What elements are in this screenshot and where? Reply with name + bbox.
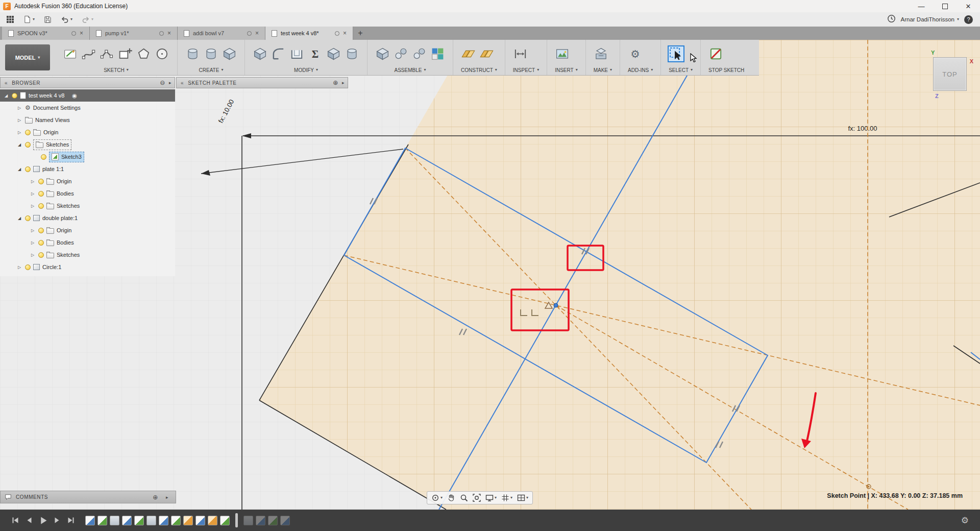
visibility-bulb-icon[interactable] xyxy=(25,130,31,135)
expand-arrow-icon[interactable]: ▷ xyxy=(30,191,36,196)
new-component-icon[interactable] xyxy=(375,46,390,61)
timeline-feature-icon-suppressed[interactable] xyxy=(243,516,253,525)
viewcube[interactable]: TOP X Y Z xyxy=(933,57,967,91)
browser-panel-header[interactable]: « BROWSER ⊖ ▸ xyxy=(0,77,175,88)
timeline-feature-icon[interactable] xyxy=(146,516,156,525)
visibility-bulb-icon[interactable] xyxy=(38,252,44,258)
primitive-box-icon[interactable] xyxy=(222,46,237,61)
file-menu-button[interactable]: ▾ xyxy=(23,15,35,23)
browser-row-double-plate-bodies[interactable]: ▷ Bodies xyxy=(0,236,175,249)
sketch-center-point[interactable] xyxy=(554,303,558,307)
collapse-panel-icon[interactable]: « xyxy=(5,80,8,86)
activate-radio-icon[interactable]: ◉ xyxy=(72,92,77,99)
visibility-bulb-icon[interactable] xyxy=(25,166,31,172)
stop-sketch-icon[interactable] xyxy=(708,46,723,61)
tab-close-icon[interactable]: × xyxy=(343,30,347,37)
browser-row-plate[interactable]: ◢ plate 1:1 xyxy=(0,163,175,175)
visibility-bulb-icon[interactable] xyxy=(25,142,31,148)
timeline-position-marker[interactable] xyxy=(235,513,238,527)
minimize-panel-icon[interactable]: ⊖ xyxy=(160,79,165,86)
browser-row-double-plate[interactable]: ◢ double plate:1 xyxy=(0,212,175,224)
visibility-bulb-icon[interactable] xyxy=(25,264,31,270)
save-button[interactable] xyxy=(44,16,52,23)
select-tool-icon[interactable] xyxy=(669,46,683,61)
minimize-button[interactable]: — xyxy=(910,0,933,12)
timeline-feature-icon[interactable] xyxy=(97,516,107,525)
viewports-button[interactable]: ▾ xyxy=(516,494,529,502)
panel-chevron-icon[interactable]: ▸ xyxy=(169,80,172,85)
timeline-feature-icon[interactable] xyxy=(220,516,230,525)
expand-arrow-icon[interactable]: ◢ xyxy=(16,216,22,221)
timeline-feature-icon-suppressed[interactable] xyxy=(256,516,265,525)
undo-button[interactable]: ▾ xyxy=(61,15,72,23)
grid-settings-button[interactable]: ▾ xyxy=(500,494,513,502)
data-panel-toggle[interactable] xyxy=(6,15,14,23)
ribbon-menu-create[interactable]: CREATE▾ xyxy=(185,66,237,74)
measure-icon[interactable] xyxy=(513,46,528,61)
joint-icon[interactable] xyxy=(394,46,408,61)
browser-row-named-views[interactable]: ▷ Named Views xyxy=(0,114,175,126)
document-tab-active[interactable]: test week 4 v8* × xyxy=(265,27,353,40)
expand-arrow-icon[interactable]: ◢ xyxy=(16,142,22,147)
step-back-button[interactable] xyxy=(25,516,33,524)
redo-button[interactable]: ▾ xyxy=(82,15,93,23)
ribbon-menu-make[interactable]: MAKE▾ xyxy=(594,66,612,74)
insert-image-icon[interactable] xyxy=(555,46,570,61)
viewcube-face[interactable]: TOP xyxy=(933,57,967,91)
browser-row-plate-origin[interactable]: ▷ Origin xyxy=(0,175,175,187)
visibility-bulb-icon[interactable] xyxy=(38,240,44,246)
browser-row-sketches[interactable]: ◢ Sketches xyxy=(0,138,175,151)
expand-arrow-icon[interactable]: ◢ xyxy=(16,167,22,172)
line-tool-icon[interactable] xyxy=(100,46,114,61)
expand-arrow-icon[interactable]: ▷ xyxy=(30,204,36,208)
timeline-feature-icon[interactable] xyxy=(183,516,193,525)
expand-arrow-icon[interactable]: ▷ xyxy=(30,240,36,245)
browser-row-sketch3[interactable]: Sketch3 xyxy=(0,151,175,163)
visibility-bulb-icon[interactable] xyxy=(38,203,44,209)
timeline-feature-icon[interactable] xyxy=(171,516,181,525)
ribbon-menu-modify[interactable]: MODIFY▾ xyxy=(253,66,359,74)
create-sketch-icon[interactable] xyxy=(63,46,78,61)
expand-arrow-icon[interactable]: ◢ xyxy=(3,93,9,98)
visibility-bulb-icon[interactable] xyxy=(38,228,44,233)
timeline-feature-icon[interactable] xyxy=(85,516,95,525)
document-tab[interactable]: SPOON v3* × xyxy=(2,27,90,40)
sketch-palette-header[interactable]: « SKETCH PALETTE ⊕ ▸ xyxy=(176,77,348,88)
expand-panel-icon[interactable]: ⊕ xyxy=(333,79,338,86)
timeline-feature-icon-suppressed[interactable] xyxy=(280,516,290,525)
browser-row-plate-sketches[interactable]: ▷ Sketches xyxy=(0,200,175,212)
timeline-feature-icon-suppressed[interactable] xyxy=(268,516,278,525)
new-tab-button[interactable]: + xyxy=(353,27,368,40)
visibility-bulb-icon[interactable] xyxy=(12,93,17,99)
maximize-button[interactable] xyxy=(933,0,957,12)
visibility-bulb-icon[interactable] xyxy=(25,215,31,221)
fillet-icon[interactable] xyxy=(271,46,286,61)
split-body-icon[interactable] xyxy=(345,46,359,61)
ribbon-menu-addins[interactable]: ADD-INS▾ xyxy=(628,66,653,74)
expand-arrow-icon[interactable]: ▷ xyxy=(30,179,36,184)
step-forward-button[interactable] xyxy=(53,516,61,524)
expand-arrow-icon[interactable]: ▷ xyxy=(30,228,36,233)
ribbon-menu-sketch[interactable]: SKETCH▾ xyxy=(63,66,169,74)
capture-position-icon[interactable] xyxy=(430,46,445,61)
stop-sketch-button[interactable]: STOP SKETCH xyxy=(708,66,744,74)
help-button[interactable]: ? xyxy=(964,15,973,24)
spline-tool-icon[interactable] xyxy=(81,46,96,61)
document-tab[interactable]: addi bowl v7 × xyxy=(178,27,265,40)
timeline-feature-icon[interactable] xyxy=(195,516,205,525)
document-tab[interactable]: pump v1* × xyxy=(90,27,178,40)
display-settings-button[interactable]: ▾ xyxy=(484,494,498,502)
browser-row-root[interactable]: ◢ test week 4 v8 ◉ xyxy=(0,89,175,102)
browser-row-double-plate-sketches[interactable]: ▷ Sketches xyxy=(0,249,175,261)
timeline-feature-icon[interactable] xyxy=(134,516,144,525)
offset-plane-icon[interactable] xyxy=(461,46,476,61)
expand-arrow-icon[interactable]: ▷ xyxy=(16,130,22,135)
tab-close-icon[interactable]: × xyxy=(80,30,83,37)
tab-close-icon[interactable]: × xyxy=(167,30,171,37)
panel-chevron-icon[interactable]: ▸ xyxy=(166,495,168,500)
add-comment-icon[interactable]: ⊕ xyxy=(153,494,158,501)
collapse-panel-icon[interactable]: « xyxy=(181,80,184,86)
timeline-feature-icon[interactable] xyxy=(122,516,132,525)
comments-bar[interactable]: COMMENTS ⊕ ▸ xyxy=(0,491,176,503)
change-parameters-icon[interactable] xyxy=(308,46,323,61)
